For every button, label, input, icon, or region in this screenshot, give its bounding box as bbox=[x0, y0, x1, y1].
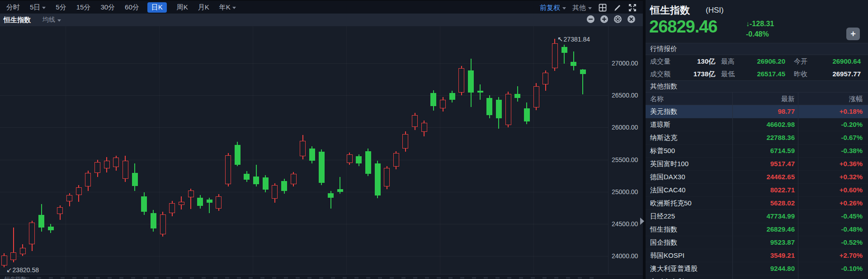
index-row-13[interactable]: 富时意大利MIB43403.41+0.77% bbox=[646, 275, 868, 279]
index-last-value: 9244.80 bbox=[770, 265, 795, 272]
period-tab-4[interactable]: 30分 bbox=[100, 3, 115, 12]
candle bbox=[48, 227, 54, 231]
index-change-pct: -0.20% bbox=[841, 121, 863, 128]
index-name: 德国DAX30 bbox=[650, 173, 685, 181]
index-row-8[interactable]: 日经22547734.99-0.45% bbox=[646, 210, 868, 223]
candlestick-chart[interactable] bbox=[0, 26, 608, 274]
chevron-down-icon bbox=[42, 7, 46, 9]
y-axis-tick-label: 27000.00 bbox=[612, 60, 638, 67]
index-last-value: 22788.36 bbox=[766, 134, 795, 141]
y-axis-tick-label: 24000.00 bbox=[612, 252, 638, 260]
index-name: 标普500 bbox=[650, 147, 675, 155]
index-name: 恒生指数 bbox=[650, 225, 677, 234]
column-divider bbox=[732, 93, 733, 279]
candle bbox=[468, 70, 474, 93]
adjust-dropdown[interactable]: 前复权 bbox=[540, 4, 566, 12]
volume-pane-stub: 恒生指数 bbox=[0, 274, 643, 279]
candle bbox=[10, 252, 16, 260]
candle bbox=[365, 151, 371, 174]
ma-dropdown[interactable]: 均线 bbox=[42, 16, 61, 24]
toolbar-right-group: 前复权 其他 bbox=[540, 1, 637, 14]
zoom-in-icon[interactable] bbox=[600, 15, 609, 23]
index-name: 澳大利亚普通股 bbox=[650, 265, 698, 273]
h-gridline bbox=[0, 256, 608, 256]
candle bbox=[179, 202, 184, 205]
settings-gear-icon[interactable] bbox=[613, 15, 622, 23]
volume-bars-clipped bbox=[14, 277, 601, 279]
arrow-down-left-icon: ↙ bbox=[6, 266, 12, 274]
fullscreen-icon[interactable] bbox=[628, 4, 637, 12]
index-row-2[interactable]: 纳斯达克22788.36-0.67% bbox=[646, 131, 868, 144]
index-name: 韩国KOSPI bbox=[650, 251, 684, 260]
candle bbox=[533, 86, 539, 107]
index-row-12[interactable]: 澳大利亚普通股9244.80-0.10% bbox=[646, 262, 868, 275]
candle bbox=[169, 203, 175, 213]
period-tab-6[interactable]: 日K bbox=[147, 2, 167, 13]
quote-panel: 恒生指数 (HSI) 26829.46 ↓-128.31 -0.48% + 行情… bbox=[646, 0, 868, 279]
candle bbox=[235, 145, 241, 165]
h-gridline bbox=[0, 63, 608, 64]
index-row-11[interactable]: 韩国KOSPI3549.21+2.70% bbox=[646, 249, 868, 262]
period-tab-7[interactable]: 周K bbox=[177, 3, 188, 12]
candle bbox=[253, 177, 259, 184]
candle bbox=[393, 153, 399, 167]
candle bbox=[76, 187, 82, 195]
index-row-7[interactable]: 欧洲斯托克505628.02+0.26% bbox=[646, 197, 868, 210]
candle bbox=[496, 100, 502, 118]
candle bbox=[1, 256, 7, 266]
col-header-name: 名称 bbox=[650, 95, 664, 103]
period-tab-9[interactable]: 年K bbox=[219, 3, 236, 12]
candle bbox=[188, 191, 194, 198]
candle bbox=[552, 43, 558, 69]
candle bbox=[309, 149, 315, 161]
close-icon[interactable] bbox=[627, 15, 636, 23]
zoom-out-icon[interactable] bbox=[586, 15, 595, 23]
index-name: 国企指数 bbox=[650, 238, 677, 247]
candle bbox=[104, 161, 110, 168]
chevron-down-icon bbox=[232, 7, 236, 9]
draw-brush-icon[interactable] bbox=[613, 4, 622, 12]
index-change-pct: +0.32% bbox=[840, 173, 863, 181]
index-row-9[interactable]: 恒生指数26829.46-0.48% bbox=[646, 223, 868, 236]
period-tab-0[interactable]: 分时 bbox=[6, 3, 20, 12]
v-gridline bbox=[533, 26, 534, 274]
index-row-5[interactable]: 德国DAX3024462.65+0.32% bbox=[646, 171, 868, 184]
period-tab-8[interactable]: 月K bbox=[198, 3, 209, 12]
index-code: (HSI) bbox=[706, 6, 724, 15]
index-row-1[interactable]: 道琼斯46602.98-0.20% bbox=[646, 118, 868, 131]
candle bbox=[281, 181, 287, 191]
index-last-value: 8022.71 bbox=[770, 186, 795, 194]
stock-app: 分时5日5分15分30分60分日K周K月K年K 前复权 其他 bbox=[0, 0, 868, 279]
other-dropdown[interactable]: 其他 bbox=[572, 4, 592, 12]
period-tab-5[interactable]: 60分 bbox=[125, 3, 139, 12]
chevron-down-icon bbox=[562, 7, 566, 9]
add-to-watchlist-button[interactable]: + bbox=[846, 28, 860, 40]
y-axis-tick-label: 26500.00 bbox=[612, 92, 638, 99]
index-row-3[interactable]: 标普5006714.59-0.38% bbox=[646, 144, 868, 158]
index-name: 欧洲斯托克50 bbox=[650, 199, 692, 208]
period-tab-label: 月K bbox=[198, 3, 209, 12]
period-tab-1[interactable]: 5日 bbox=[30, 3, 46, 12]
panel-collapse-handle[interactable] bbox=[640, 218, 644, 225]
grid-layout-icon[interactable] bbox=[598, 4, 607, 12]
period-tab-2[interactable]: 5分 bbox=[56, 3, 66, 12]
index-row-10[interactable]: 国企指数9523.87-0.52% bbox=[646, 236, 868, 249]
quote-label: 成交量 bbox=[650, 57, 670, 66]
index-change-pct: +0.36% bbox=[840, 160, 863, 167]
candle bbox=[113, 158, 119, 167]
candle bbox=[197, 198, 203, 206]
candle bbox=[514, 94, 520, 98]
h-gridline bbox=[0, 192, 608, 192]
v-gridline bbox=[346, 26, 347, 274]
candle bbox=[207, 200, 212, 203]
index-row-0[interactable]: 美元指数98.77+0.18% bbox=[646, 105, 868, 118]
period-tab-3[interactable]: 15分 bbox=[76, 3, 91, 12]
index-row-6[interactable]: 法国CAC408022.71+0.60% bbox=[646, 184, 868, 197]
quote-value: 26906.20 bbox=[757, 57, 785, 65]
high-annotation: ↖27381.84 bbox=[557, 35, 590, 43]
index-row-4[interactable]: 英国富时1009517.47+0.36% bbox=[646, 158, 868, 171]
candle bbox=[141, 196, 147, 212]
index-name: 法国CAC40 bbox=[650, 186, 685, 195]
col-header-last: 最新 bbox=[781, 95, 795, 103]
quote-section-header: 行情报价 bbox=[646, 43, 868, 55]
